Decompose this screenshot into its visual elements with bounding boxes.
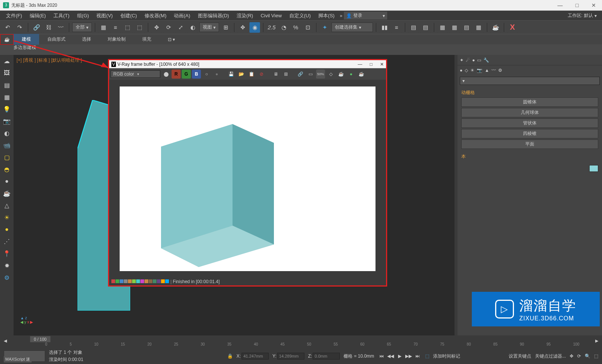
vfb-titlebar[interactable]: V V-Ray frame buffer - [100% of 640 x 48… — [109, 60, 386, 68]
vfb-channel-b[interactable]: B — [192, 70, 201, 79]
vfb-mono-icon[interactable]: ○ — [202, 70, 211, 79]
object-color-swatch[interactable] — [589, 165, 598, 172]
minimize-button[interactable]: — — [555, 2, 566, 8]
vfb-render-last-icon[interactable]: ☕ — [336, 70, 345, 79]
move-button[interactable]: ✥ — [151, 22, 162, 33]
bulb-icon[interactable]: 💡 — [2, 105, 11, 114]
helper-icon[interactable]: ▲ — [485, 68, 489, 73]
maxscript-label[interactable]: MAXScript 迷 — [4, 356, 32, 362]
material-editor-button[interactable]: ▦ — [449, 22, 460, 33]
undo-button[interactable]: ↶ — [2, 22, 13, 33]
close-button[interactable]: ✕ — [588, 2, 599, 8]
schematic-button[interactable]: ▦ — [437, 22, 448, 33]
sun2-icon[interactable]: ● — [2, 225, 11, 234]
time-cube-icon[interactable]: ⬚ — [425, 353, 429, 359]
pivot-button[interactable]: ⊞ — [220, 22, 231, 33]
menu-more[interactable]: » — [338, 13, 344, 18]
menu-modifier[interactable]: 修改器(M) — [141, 11, 170, 21]
nav-orbit-icon[interactable]: ⟳ — [577, 353, 581, 359]
vfb-min[interactable]: — — [358, 62, 362, 67]
spinner-snap-button[interactable]: % — [290, 22, 301, 33]
play-icon[interactable]: ▶ — [396, 352, 403, 360]
curve-editor-button[interactable]: ▤ — [420, 22, 431, 33]
scale-button[interactable]: ⤢ — [175, 22, 186, 33]
vfb-clear-icon[interactable]: ⊘ — [257, 70, 266, 79]
workspace-selector[interactable]: 工作区: 默认▾ — [565, 12, 600, 19]
vfb-rgb-icon[interactable]: ⬤ — [161, 70, 170, 79]
angle-snap-button[interactable]: 2.5 — [266, 22, 277, 33]
menu-view[interactable]: 视图(V) — [93, 11, 116, 21]
cam-icon[interactable]: 📷 — [477, 68, 482, 73]
add-time-tag[interactable]: 添加时间标记 — [433, 353, 460, 359]
pin-icon[interactable]: 📍 — [2, 249, 11, 258]
teapot2-icon[interactable]: ☕ — [2, 189, 11, 198]
prim-plane[interactable]: 平面 — [461, 140, 598, 149]
vfb-copy-icon[interactable]: 📋 — [247, 70, 256, 79]
unlink-button[interactable]: ⛓ — [43, 22, 54, 33]
vfb-res-icon[interactable]: ▭ — [306, 70, 315, 79]
menu-civil[interactable]: Civil View — [257, 11, 286, 20]
setkey-button[interactable]: 设置关键点 — [509, 353, 531, 359]
sphere-icon[interactable]: ◐ — [2, 129, 11, 138]
selection-filter[interactable]: 全部 ▾ — [72, 23, 92, 32]
rendered-frame-button[interactable]: ▦ — [473, 22, 484, 33]
layer-button[interactable]: ▤ — [408, 22, 419, 33]
vfb-region-icon[interactable]: ⊞ — [281, 70, 290, 79]
vfb-alpha-icon[interactable]: ● — [212, 70, 221, 79]
select-object-button[interactable]: ▦ — [98, 22, 109, 33]
timeline-next-icon[interactable]: ▶ — [595, 338, 598, 343]
create-tab-icon[interactable]: ✦ — [460, 58, 464, 63]
modify-tab-icon[interactable]: ☄ — [466, 58, 470, 63]
display-tab-icon[interactable]: 🔧 — [483, 58, 489, 63]
cone-icon[interactable]: △ — [2, 201, 11, 210]
render-production-button[interactable]: ☕ — [490, 22, 501, 33]
render-setup-button[interactable]: ▤ — [461, 22, 472, 33]
camera-icon[interactable]: 📷 — [2, 117, 11, 126]
keyfilter-button[interactable]: 关键点过滤器... — [535, 353, 566, 359]
teapot-icon[interactable]: ☕ — [0, 34, 14, 45]
particles-icon[interactable]: ⋰ — [2, 237, 11, 246]
login-button[interactable]: 👤登录▾ — [344, 12, 387, 20]
vfb-zoom-icon[interactable]: 50% — [316, 70, 325, 79]
edit-selection-button[interactable]: ⊡ — [303, 22, 313, 33]
select-name-button[interactable]: ≡ — [110, 22, 121, 33]
vfb-track-icon[interactable]: 🖥 — [271, 70, 280, 79]
vfb-close[interactable]: ✕ — [380, 62, 384, 67]
select-region-button[interactable]: ⬚ — [122, 22, 133, 33]
ref-coord-system[interactable]: 视图 ▾ — [199, 23, 219, 32]
ball-icon[interactable]: ● — [2, 177, 11, 186]
nav-zoom-icon[interactable]: 🔍 — [585, 353, 590, 359]
nav-max-icon[interactable]: ⬚ — [594, 353, 598, 359]
dome-icon[interactable]: ◓ — [2, 165, 11, 174]
x-input[interactable] — [242, 353, 269, 359]
named-sets-button[interactable]: ✦ — [319, 22, 330, 33]
menu-tools[interactable]: 工具(T) — [50, 11, 73, 21]
snaps-toggle[interactable]: ◉ — [249, 22, 260, 33]
vfb-channel-r[interactable]: R — [172, 70, 181, 79]
redo-button[interactable]: ↷ — [14, 22, 25, 33]
mirror-button[interactable]: ▮▮ — [379, 22, 390, 33]
cloud-icon[interactable]: ☁ — [2, 56, 11, 65]
maximize-button[interactable]: □ — [573, 2, 582, 8]
gear-icon[interactable]: ⚙ — [2, 273, 11, 282]
table-icon[interactable]: ▤ — [2, 80, 11, 89]
space-icon[interactable]: 〰 — [491, 68, 496, 73]
named-selection-set[interactable]: 创建选择集 ▾ — [331, 23, 373, 32]
prim-pyramid[interactable]: 四棱锥 — [461, 129, 598, 138]
window-crossing-button[interactable]: ⬚ — [134, 22, 145, 33]
vfb-vray-icon[interactable]: ◇ — [326, 70, 335, 79]
frame-counter[interactable]: 0 / 100 — [30, 336, 50, 342]
vfb-link-icon[interactable]: 🔗 — [296, 70, 305, 79]
image-icon[interactable]: 🖼 — [2, 68, 11, 77]
prev-frame-icon[interactable]: ◀◀ — [387, 352, 394, 360]
x-button[interactable]: X — [507, 22, 518, 33]
vfb-ipr-icon[interactable]: ● — [347, 70, 356, 79]
prim-geosphere[interactable]: 几何球体 — [461, 108, 598, 117]
prim-tube[interactable]: 管状体 — [461, 118, 598, 128]
vfb-render-icon[interactable]: ☕ — [357, 70, 366, 79]
menu-file[interactable]: 文件(F) — [2, 11, 26, 21]
menu-custom[interactable]: 自定义(U) — [286, 11, 315, 21]
prim-cone[interactable]: 圆锥体 — [461, 97, 598, 107]
manipulate-button[interactable]: ✥ — [237, 22, 248, 33]
menu-create[interactable]: 创建(C) — [117, 11, 141, 21]
